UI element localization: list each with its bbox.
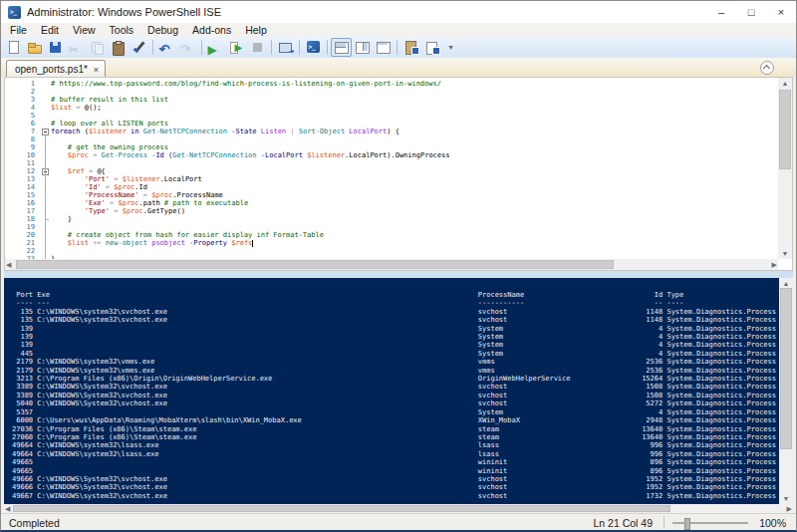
undo-icon bbox=[159, 40, 175, 56]
code-line-2: 2 bbox=[5, 88, 777, 96]
line-number: 13 bbox=[5, 175, 41, 183]
status-separator bbox=[664, 516, 664, 529]
zoom-slider-thumb[interactable] bbox=[684, 518, 690, 530]
menu-debug[interactable]: Debug bbox=[140, 23, 185, 37]
window-title: Administrator: Windows PowerShell ISE bbox=[27, 6, 221, 18]
clear-console-icon bbox=[132, 40, 147, 56]
code-line-18: 18 } bbox=[5, 215, 777, 223]
title-bar[interactable]: Administrator: Windows PowerShell ISE – … bbox=[1, 1, 796, 23]
close-button[interactable]: × bbox=[766, 1, 796, 23]
tab-close-icon[interactable]: × bbox=[94, 65, 99, 75]
cut-button[interactable] bbox=[66, 38, 87, 57]
code-line-4: 4$list = @(); bbox=[5, 104, 777, 112]
console-pane[interactable]: Port Exe ProcessName Id Type ---- --- bbox=[4, 278, 793, 513]
clear-console-button[interactable] bbox=[129, 38, 149, 57]
toolbar-overflow-icon bbox=[445, 40, 461, 56]
editor-vscroll-thumb[interactable] bbox=[779, 90, 791, 169]
run-script-button[interactable] bbox=[205, 38, 226, 57]
copy-button[interactable] bbox=[87, 38, 108, 57]
script-editor-pane[interactable]: 1# https://www.top-password.com/blog/fin… bbox=[4, 77, 793, 271]
run-script-icon bbox=[208, 40, 224, 56]
code-line-21: 21 $list += new-object psobject -Propert… bbox=[5, 239, 777, 247]
console-vscroll-thumb[interactable] bbox=[780, 288, 792, 449]
line-number: 15 bbox=[5, 191, 41, 199]
menu-file[interactable]: File bbox=[3, 23, 34, 37]
toolbar-separator bbox=[152, 40, 153, 55]
code-line-20: 20 # create object from hash for easier … bbox=[5, 231, 777, 239]
menu-help[interactable]: Help bbox=[238, 23, 274, 37]
show-command-addon-icon bbox=[424, 40, 440, 56]
console-text: Port Exe ProcessName Id Type ---- --- bbox=[12, 291, 776, 500]
code-line-17: 17 'Type' = $proc.GetType() bbox=[5, 207, 777, 215]
code-line-1: 1# https://www.top-password.com/blog/fin… bbox=[5, 80, 777, 88]
layout-script-top-button[interactable] bbox=[331, 38, 352, 57]
new-script-icon bbox=[6, 40, 22, 56]
menu-addons[interactable]: Add-ons bbox=[185, 23, 238, 37]
menu-edit[interactable]: Edit bbox=[34, 23, 66, 37]
show-command-addon-button[interactable] bbox=[421, 38, 442, 57]
tab-label: open_ports.ps1* bbox=[15, 64, 88, 75]
line-number: 7 bbox=[5, 128, 41, 135]
editor-vertical-scrollbar[interactable]: ▲ ▼ bbox=[778, 78, 792, 259]
cut-icon bbox=[69, 40, 85, 56]
line-number: 9 bbox=[5, 143, 41, 151]
save-script-button[interactable] bbox=[45, 38, 66, 57]
new-remote-powershell-tab-icon bbox=[278, 40, 294, 56]
run-selection-button[interactable] bbox=[226, 38, 247, 57]
status-bar: Completed Ln 21 Col 49 100% bbox=[1, 513, 796, 532]
status-message: Completed bbox=[9, 517, 60, 529]
console-output[interactable]: Port Exe ProcessName Id Type ---- --- bbox=[4, 278, 793, 504]
code-line-19: 19 bbox=[5, 223, 777, 231]
code-line-10: 10 $proc = Get-Process -Id (Get-NetTCPCo… bbox=[5, 151, 777, 159]
line-number: 18 bbox=[5, 215, 41, 223]
new-script-button[interactable] bbox=[3, 38, 24, 57]
console-horizontal-scrollbar[interactable]: ◀ ▶ bbox=[4, 504, 793, 513]
open-script-icon bbox=[27, 40, 43, 56]
line-number: 20 bbox=[5, 231, 41, 239]
toolbar-separator bbox=[299, 40, 300, 55]
toolbar bbox=[1, 37, 796, 59]
line-number: 2 bbox=[5, 88, 41, 96]
paste-button[interactable] bbox=[108, 38, 129, 57]
toolbar-separator bbox=[397, 40, 398, 55]
menu-view[interactable]: View bbox=[66, 23, 103, 37]
line-number: 11 bbox=[5, 159, 41, 167]
toolbar-separator bbox=[201, 40, 202, 55]
layout-script-right-button[interactable] bbox=[352, 38, 373, 57]
line-number: 17 bbox=[5, 207, 41, 215]
layout-script-max-icon bbox=[376, 40, 392, 56]
zoom-slider[interactable] bbox=[672, 522, 748, 524]
script-pane-collapse-button[interactable] bbox=[760, 61, 774, 75]
code-line-14: 14 'Id' = $proc.Id bbox=[5, 183, 777, 191]
undo-button[interactable] bbox=[156, 38, 177, 57]
console-vertical-scrollbar[interactable]: ▲ ▼ bbox=[779, 278, 793, 504]
line-number: 16 bbox=[5, 199, 41, 207]
cursor-position: Ln 21 Col 49 bbox=[593, 517, 653, 529]
code-line-11: 11 bbox=[5, 159, 777, 167]
line-number: 22 bbox=[5, 247, 41, 255]
line-number: 14 bbox=[5, 183, 41, 191]
start-powershell-icon bbox=[306, 40, 322, 56]
editor-horizontal-scrollbar[interactable]: ◀ ▶ bbox=[5, 259, 778, 270]
editor-lines[interactable]: 1# https://www.top-password.com/blog/fin… bbox=[5, 80, 777, 259]
console-hscroll-thumb[interactable] bbox=[13, 505, 670, 512]
line-number: 5 bbox=[5, 112, 41, 120]
minimize-button[interactable]: – bbox=[706, 1, 736, 23]
redo-button[interactable] bbox=[177, 38, 198, 57]
line-number: 12 bbox=[5, 167, 41, 175]
stop-operation-button[interactable] bbox=[247, 38, 268, 57]
pane-splitter[interactable] bbox=[4, 271, 793, 278]
run-selection-icon bbox=[229, 40, 245, 56]
editor-hscroll-thumb[interactable] bbox=[16, 260, 614, 269]
toolbar-overflow-button[interactable] bbox=[442, 38, 463, 57]
new-remote-powershell-tab-button[interactable] bbox=[275, 38, 296, 57]
tab-open-ports[interactable]: open_ports.ps1* × bbox=[6, 60, 106, 78]
start-powershell-button[interactable] bbox=[303, 38, 324, 57]
maximize-button[interactable]: □ bbox=[736, 1, 766, 23]
layout-script-max-button[interactable] bbox=[373, 38, 394, 57]
menu-tools[interactable]: Tools bbox=[103, 23, 141, 37]
redo-icon bbox=[180, 40, 196, 56]
layout-script-right-icon bbox=[355, 40, 371, 56]
show-command-window-button[interactable] bbox=[400, 38, 421, 57]
open-script-button[interactable] bbox=[24, 38, 45, 57]
